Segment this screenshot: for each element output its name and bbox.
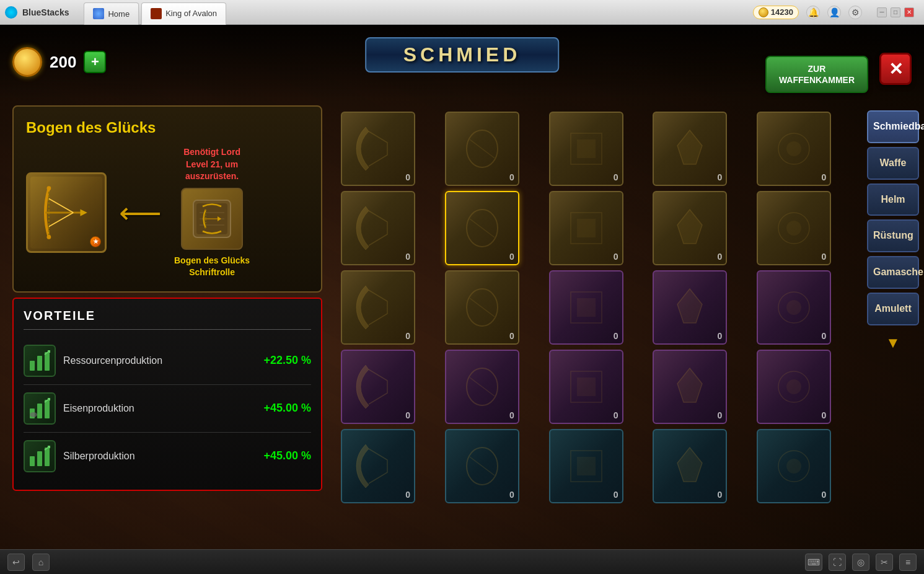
home-tab-icon — [93, 8, 104, 19]
grid-cell[interactable]: 0 — [445, 112, 519, 186]
grid-cell[interactable]: 0 — [757, 191, 831, 265]
close-window-button[interactable]: ✕ — [904, 7, 914, 17]
sidebar-btn-gamaschen[interactable]: Gamaschen — [867, 256, 919, 289]
item-main-icon: ★ — [26, 172, 107, 253]
tab-game-label: King of Avalon — [165, 9, 217, 18]
grid-cell[interactable]: 0 — [549, 112, 623, 186]
grid-cell[interactable]: 0 — [341, 270, 415, 345]
grid-cell[interactable]: 0 — [653, 112, 727, 186]
grid-cell[interactable]: 0 — [653, 350, 727, 424]
grid-cell[interactable]: 0 — [757, 270, 831, 345]
schmied-banner: SCHMIED — [365, 37, 560, 73]
cell-count: 0 — [405, 490, 410, 500]
svg-rect-9 — [45, 400, 50, 418]
window-controls: ─ □ ✕ — [877, 7, 914, 17]
grid-cell[interactable]: 0 — [757, 112, 831, 186]
bottom-right: ⌨ ⛶ ◎ ✂ ≡ — [805, 554, 917, 571]
grid-cell[interactable]: 0 — [653, 429, 727, 503]
coin-icon — [759, 7, 768, 17]
cell-count: 0 — [821, 410, 826, 420]
schmied-title: SCHMIED — [365, 37, 560, 73]
scroll-label: Bogen des GlücksSchriftrolle — [174, 255, 250, 279]
settings-button[interactable]: ⚙ — [848, 6, 862, 19]
svg-point-28 — [786, 459, 801, 474]
grid-cell[interactable]: 0 — [549, 350, 623, 424]
cell-count: 0 — [405, 410, 410, 420]
cell-count: 0 — [718, 172, 723, 182]
cell-count: 0 — [509, 172, 514, 182]
close-icon: ✕ — [889, 59, 903, 79]
cell-count: 0 — [718, 252, 723, 262]
grid-cell[interactable]: 0 — [445, 350, 519, 424]
notification-button[interactable]: 🔔 — [806, 6, 820, 19]
svg-point-1 — [47, 235, 51, 239]
tab-home[interactable]: Home — [84, 2, 139, 25]
waffenkammer-button[interactable]: ZURWAFFENKAMMER — [765, 56, 868, 93]
coins-display: 14230 — [753, 6, 799, 19]
cell-count: 0 — [614, 410, 618, 420]
sidebar-btn-waffe[interactable]: Waffe — [867, 147, 919, 180]
cell-count: 0 — [509, 331, 514, 341]
coins-bar: 200 + — [12, 47, 106, 77]
grid-cell[interactable]: 0 — [549, 270, 623, 345]
location-icon[interactable]: ◎ — [852, 554, 869, 571]
close-game-button[interactable]: ✕ — [879, 53, 912, 85]
account-button[interactable]: 👤 — [827, 6, 841, 19]
grid-cell[interactable]: 0 — [341, 112, 415, 186]
cell-count: 0 — [614, 490, 618, 500]
grid-cell[interactable]: 0 — [445, 270, 519, 345]
add-coins-button[interactable]: + — [84, 51, 106, 73]
svg-point-22 — [786, 300, 801, 315]
grid-cell[interactable]: 0 — [549, 429, 623, 503]
sidebar-btn-ruestung[interactable]: Rüstung — [867, 219, 919, 252]
eisen-value: +45.00 % — [263, 402, 311, 415]
ressourcen-value: +22.50 % — [263, 354, 311, 367]
grid-cell[interactable]: 0 — [653, 191, 727, 265]
titlebar-tabs: Home King of Avalon — [84, 0, 226, 25]
svg-point-19 — [786, 221, 801, 236]
ressourcen-icon — [24, 345, 56, 377]
cell-count: 0 — [509, 490, 514, 500]
cell-count: 0 — [718, 490, 723, 500]
maximize-button[interactable]: □ — [891, 7, 900, 17]
scroll-svg-icon — [190, 197, 234, 241]
cell-count: 0 — [405, 172, 410, 182]
svg-rect-5 — [37, 356, 42, 371]
item-scroll-icon — [181, 188, 243, 250]
grid-cell[interactable]: 0 — [653, 270, 727, 345]
cell-count: 0 — [821, 331, 826, 341]
coins-amount: 14230 — [771, 7, 793, 17]
titlebar: BlueStacks Home King of Avalon 14230 🔔 👤… — [0, 0, 924, 25]
sidebar-btn-amulett[interactable]: Amulett — [867, 293, 919, 325]
cell-count: 0 — [821, 172, 826, 182]
more-icon[interactable]: ≡ — [899, 554, 917, 571]
item-grid: 0 0 0 0 0 0 0 — [335, 105, 862, 510]
grid-cell[interactable]: 0 — [757, 429, 831, 503]
grid-cell[interactable]: 0 — [341, 429, 415, 503]
titlebar-left: BlueStacks Home King of Avalon — [0, 0, 753, 25]
back-button[interactable]: ↩ — [7, 554, 25, 571]
grid-cell[interactable]: 0 — [341, 191, 415, 265]
cell-count: 0 — [509, 252, 514, 262]
svg-rect-13 — [45, 448, 50, 466]
grid-cell[interactable]: 0 — [341, 350, 415, 424]
keyboard-icon[interactable]: ⌨ — [805, 554, 822, 571]
minimize-button[interactable]: ─ — [877, 7, 887, 17]
grid-cell[interactable]: 0 — [757, 350, 831, 424]
grid-cell[interactable]: 0 — [445, 429, 519, 503]
grid-cell[interactable]: 0 — [445, 191, 519, 265]
tab-game[interactable]: King of Avalon — [141, 2, 226, 25]
home-nav-button[interactable]: ⌂ — [32, 554, 50, 571]
svg-point-16 — [786, 141, 801, 156]
sidebar-btn-helm[interactable]: Helm — [867, 183, 919, 216]
sidebar-btn-schmiedbar[interactable]: Schmiedbar — [867, 110, 919, 143]
item-title: Bogen des Glücks — [26, 119, 309, 136]
vorteile-title: VORTEILE — [24, 309, 311, 330]
screenshot-icon[interactable]: ⛶ — [829, 554, 846, 571]
svg-point-10 — [30, 412, 37, 417]
bow-svg-icon — [38, 185, 94, 241]
benefit-row-eisen: Eisenproduktion +45.00 % — [24, 385, 311, 433]
sidebar-scroll-down[interactable]: ▼ — [867, 329, 919, 356]
grid-cell[interactable]: 0 — [549, 191, 623, 265]
tools-icon[interactable]: ✂ — [876, 554, 893, 571]
